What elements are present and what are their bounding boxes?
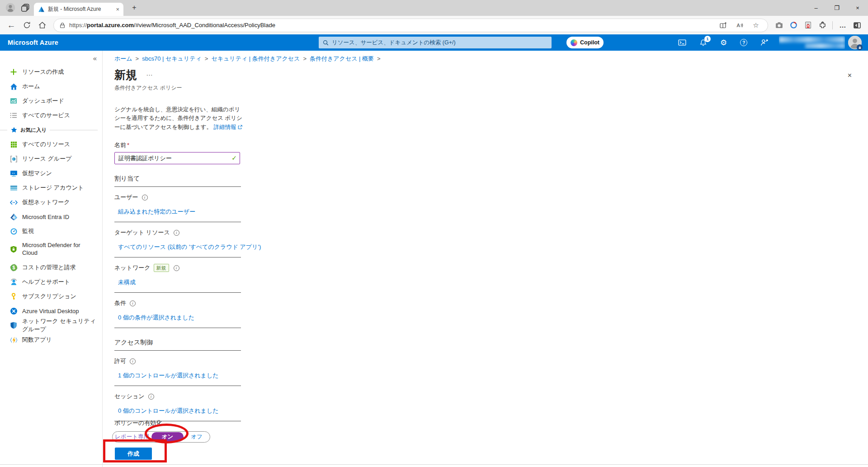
field-grant-value[interactable]: 1 個のコントロールが選択されました (114, 372, 868, 380)
favorites-divider: お気に入り (0, 123, 102, 137)
sidebar-item-entra-id[interactable]: Microsoft Entra ID (0, 210, 102, 224)
avatar[interactable] (848, 36, 862, 49)
extensions-puzzle-icon[interactable] (816, 19, 829, 32)
back-icon[interactable]: ← (4, 19, 19, 32)
field-users-value[interactable]: 組み込まれた特定のユーザー (114, 208, 868, 216)
svg-text:A: A (737, 23, 741, 28)
sidebar-item-function-apps[interactable]: 関数アプリ (0, 333, 102, 347)
browser-profile-icon[interactable] (5, 3, 15, 13)
breadcrumb-conditional-access[interactable]: 条件付きアクセス | 概要 (310, 55, 374, 62)
sidebar-item-nsg[interactable]: ネットワーク セキュリティ グループ (0, 318, 102, 333)
account-name-redacted[interactable] (779, 36, 845, 49)
lock-icon (857, 44, 863, 50)
sidebar-item-all-resources[interactable]: すべてのリソース (0, 137, 102, 152)
sidebar-item-virtual-machines[interactable]: 仮想マシン (0, 166, 102, 181)
policy-name-input[interactable] (114, 152, 240, 164)
azure-header: Microsoft Azure Copilot 1 ⚙ ? (0, 34, 868, 51)
window-maximize-button[interactable]: ❐ (826, 0, 847, 16)
document-extension-icon[interactable] (802, 19, 814, 32)
search-input[interactable] (332, 39, 547, 46)
sidebar-item-avd[interactable]: Azure Virtual Desktop (0, 304, 102, 318)
info-icon[interactable]: i (130, 300, 136, 306)
browser-tab[interactable]: 新規 - Microsoft Azure × (34, 3, 123, 16)
subscription-icon (9, 293, 18, 300)
learn-more-link[interactable]: 詳細情報 (214, 124, 236, 130)
sidebar-item-monitor[interactable]: 監視 (0, 224, 102, 238)
function-app-icon (9, 336, 18, 344)
field-conditions-value[interactable]: 0 個の条件が選択されました (114, 314, 868, 322)
sidebar-panel-icon[interactable] (851, 19, 863, 32)
split-screen-icon[interactable] (717, 22, 730, 29)
window-minimize-button[interactable]: – (806, 0, 826, 16)
azure-brand[interactable]: Microsoft Azure (8, 34, 58, 51)
info-icon[interactable]: i (174, 230, 179, 236)
breadcrumb-home[interactable]: ホーム (114, 55, 132, 62)
blade-close-icon[interactable]: × (848, 71, 852, 80)
sidebar-item-resource-groups[interactable]: リソース グループ (0, 152, 102, 166)
help-support-icon (9, 278, 18, 286)
plus-icon (9, 68, 18, 76)
breadcrumb-security[interactable]: セキュリティ | 条件付きアクセス (211, 55, 300, 62)
ring-extension-icon[interactable] (787, 19, 800, 32)
toggle-report-only[interactable]: レポート専用 (113, 433, 151, 441)
info-icon[interactable]: i (142, 195, 148, 200)
external-link-icon (238, 125, 242, 129)
search-icon (323, 40, 329, 46)
url-text[interactable]: https://portal.azure.com/#view/Microsoft… (69, 22, 713, 29)
global-search[interactable] (319, 37, 552, 48)
screenshot-extension-icon[interactable] (773, 19, 785, 32)
field-network-value[interactable]: 未構成 (114, 278, 868, 286)
read-aloud-icon[interactable]: A (733, 22, 746, 29)
toggle-on[interactable]: オン (151, 432, 184, 442)
sidebar-item-storage-accounts[interactable]: ストレージ アカウント (0, 181, 102, 195)
page-subtitle: 条件付きアクセス ポリシー (114, 84, 868, 92)
bottom-divider (0, 464, 868, 465)
window-close-button[interactable]: × (847, 0, 868, 16)
star-icon (10, 127, 17, 133)
toggle-off[interactable]: オフ (184, 433, 210, 441)
address-bar[interactable]: https://portal.azure.com/#view/Microsoft… (53, 19, 768, 32)
feedback-icon[interactable] (760, 38, 769, 47)
valid-check-icon: ✓ (231, 154, 237, 162)
sidebar-item-cost-management[interactable]: $ コストの管理と請求 (0, 260, 102, 275)
blade-footer: ポリシーの有効化 レポート専用 オン オフ 作成 (112, 419, 210, 460)
sidebar-item-dashboard[interactable]: ダッシュボード (0, 94, 102, 108)
sidebar-item-home[interactable]: ホーム (0, 79, 102, 94)
sidebar-item-subscriptions[interactable]: サブスクリプション (0, 289, 102, 304)
breadcrumb-subscription[interactable]: sbcs70 | セキュリティ (142, 55, 202, 62)
browser-toolbar: ← https://portal.azure.com/#view/Microso… (0, 16, 868, 34)
sidebar-item-create-resource[interactable]: リソースの作成 (0, 65, 102, 79)
sidebar-item-virtual-networks[interactable]: 仮想ネットワーク (0, 195, 102, 210)
refresh-icon[interactable] (19, 19, 34, 32)
all-resources-icon (9, 141, 18, 148)
sidebar-item-all-services[interactable]: すべてのサービス (0, 108, 102, 123)
create-button[interactable]: 作成 (115, 448, 152, 460)
favorite-star-icon[interactable]: ☆ (750, 21, 762, 29)
info-icon[interactable]: i (130, 358, 136, 364)
field-session-value[interactable]: 0 個のコントロールが選択されました (114, 407, 868, 415)
browser-home-icon[interactable] (34, 19, 50, 32)
sidebar-item-help-support[interactable]: ヘルプとサポート (0, 275, 102, 289)
sidebar-item-defender[interactable]: Microsoft Defender for Cloud (0, 238, 102, 260)
sidebar: « リソースの作成 ホーム ダッシュボード すべてのサービス お気に入り (0, 51, 103, 467)
browser-menu-icon[interactable]: … (836, 19, 849, 32)
new-badge: 新規 (154, 264, 169, 272)
info-icon[interactable]: i (174, 265, 179, 271)
field-target-resources-value[interactable]: すべてのリソース (以前の 'すべてのクラウド アプリ') (114, 243, 868, 251)
tab-title: 新規 - Microsoft Azure (48, 5, 113, 13)
workspaces-icon[interactable] (21, 3, 30, 12)
help-icon[interactable]: ? (740, 39, 747, 46)
notifications-bell-icon[interactable]: 1 (699, 39, 707, 47)
info-icon[interactable]: i (148, 394, 154, 400)
cloud-shell-icon[interactable] (678, 38, 686, 47)
new-tab-button[interactable]: + (129, 4, 139, 12)
blade-content: × ホーム>sbcs70 | セキュリティ>セキュリティ | 条件付きアクセス>… (103, 51, 868, 467)
title-context-menu-icon[interactable]: … (146, 69, 154, 77)
settings-gear-icon[interactable]: ⚙ (720, 39, 727, 47)
sidebar-collapse-icon[interactable]: « (93, 54, 97, 62)
name-field-label: 名前* (114, 141, 868, 149)
site-lock-icon[interactable] (59, 22, 66, 29)
field-target-resources-label: ターゲット リソースi (114, 229, 868, 237)
copilot-button[interactable]: Copilot (566, 37, 604, 48)
tab-close-icon[interactable]: × (116, 6, 119, 13)
